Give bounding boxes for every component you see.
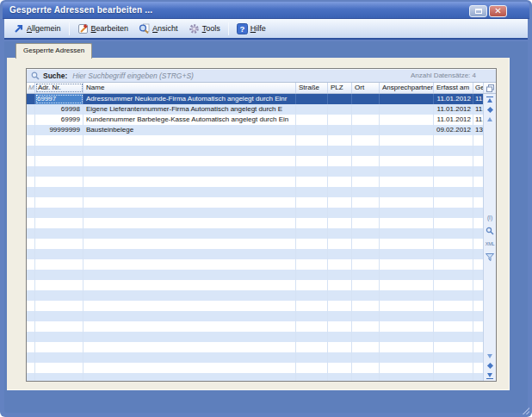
cell-plz[interactable]: [328, 104, 352, 115]
scroll-to-bottom-icon[interactable]: [486, 373, 493, 379]
table-row[interactable]: 69999Kundennummer Barbelege-Kasse Automa…: [27, 115, 483, 125]
column-header-strasse[interactable]: Straße: [296, 83, 328, 93]
empty-cell: [352, 342, 380, 352]
empty-cell: [380, 342, 434, 352]
table-row[interactable]: 69998Eigene Lieferantennummer-Firma Auto…: [27, 104, 483, 115]
cell-marker[interactable]: [27, 115, 35, 125]
empty-cell: [352, 301, 380, 311]
cell-ansprechpartner[interactable]: [380, 125, 434, 135]
cell-marker[interactable]: [27, 104, 35, 115]
cell-adr_nr[interactable]: 99999999: [35, 125, 84, 135]
filter-icon[interactable]: [486, 253, 494, 261]
cell-marker[interactable]: [27, 125, 35, 135]
grid-search-icon[interactable]: [486, 227, 494, 235]
cell-ansprechpartner[interactable]: [380, 94, 434, 104]
empty-cell: [352, 166, 380, 177]
grid-search-bar[interactable]: Suche: Hier Suchbegriff eingeben (STRG+S…: [27, 69, 496, 83]
cell-ansprechpartner[interactable]: [380, 115, 434, 125]
cell-plz[interactable]: [328, 94, 352, 104]
column-header-marker[interactable]: M: [27, 83, 35, 93]
search-input[interactable]: Hier Suchbegriff eingeben (STRG+S): [72, 72, 194, 80]
cell-name[interactable]: Adressnummer Neukunde-Firma Automatisch …: [84, 94, 296, 104]
column-header-name[interactable]: Name: [84, 83, 296, 93]
cell-erfasst_am[interactable]: 11.01.2012: [434, 104, 473, 115]
scroll-to-top-icon[interactable]: [486, 96, 493, 103]
cell-ort[interactable]: [352, 94, 380, 104]
empty-cell: [352, 197, 380, 208]
empty-cell: [328, 135, 352, 146]
cell-erfasst_am[interactable]: 11.01.2012: [434, 94, 473, 104]
column-header-ge[interactable]: Ge: [473, 83, 483, 93]
cell-ort[interactable]: [352, 104, 380, 115]
restore-window-button[interactable]: [469, 5, 487, 17]
empty-cell: [352, 239, 380, 249]
empty-cell: [84, 259, 296, 270]
cell-strasse[interactable]: [296, 125, 328, 135]
cell-adr_nr[interactable]: 69999: [35, 115, 84, 125]
empty-cell: [27, 156, 35, 166]
column-header-erfasst-am[interactable]: Erfasst am: [434, 83, 473, 93]
menu-item-allgemein[interactable]: Allgemein: [8, 22, 66, 36]
table-empty-row: [27, 187, 483, 197]
menu-item-ansicht[interactable]: Ansicht: [133, 22, 183, 36]
empty-cell: [434, 218, 473, 228]
cell-ansprechpartner[interactable]: [380, 104, 434, 115]
table-row[interactable]: 69997Adressnummer Neukunde-Firma Automat…: [27, 94, 483, 104]
column-header-ansprechpartner[interactable]: Ansprechpartner: [380, 83, 434, 93]
cell-name[interactable]: Kundennummer Barbelege-Kasse Automatisch…: [84, 115, 296, 125]
column-header-adr-nr[interactable]: Adr. Nr.: [35, 83, 84, 93]
cell-erfasst_am[interactable]: 11.01.2012: [434, 115, 473, 125]
page-down-icon[interactable]: [486, 363, 492, 369]
cell-ge[interactable]: 11.: [473, 104, 483, 115]
empty-cell: [380, 228, 434, 239]
cell-strasse[interactable]: [296, 94, 328, 104]
page-up-icon[interactable]: [486, 107, 492, 113]
resize-grip[interactable]: [523, 408, 529, 414]
table-empty-row: [27, 208, 483, 218]
cell-marker[interactable]: [27, 94, 35, 104]
empty-cell: [434, 228, 473, 239]
column-header-ort[interactable]: Ort: [352, 83, 380, 93]
table-body: 69997Adressnummer Neukunde-Firma Automat…: [27, 94, 483, 382]
empty-cell: [380, 332, 434, 342]
scroll-down-icon[interactable]: [487, 354, 492, 358]
cell-strasse[interactable]: [296, 115, 328, 125]
empty-cell: [328, 197, 352, 208]
cell-ge[interactable]: 11.: [473, 115, 483, 125]
empty-cell: [473, 187, 483, 197]
empty-cell: [296, 228, 328, 239]
table-empty-row: [27, 270, 483, 280]
scroll-up-icon[interactable]: [487, 117, 492, 121]
empty-cell: [352, 259, 380, 270]
close-window-button[interactable]: ✕: [489, 5, 507, 17]
title-bar[interactable]: Gesperrte Adressen bearbeiten ... ✕: [3, 2, 529, 19]
cell-erfasst_am[interactable]: 09.02.2012: [434, 125, 473, 135]
cell-adr_nr[interactable]: 69997: [35, 94, 84, 104]
cell-ort[interactable]: [352, 115, 380, 125]
empty-cell: [296, 301, 328, 311]
cell-name[interactable]: Eigene Lieferantennummer-Firma Automatis…: [84, 104, 296, 115]
empty-cell: [380, 363, 434, 373]
table-row[interactable]: 99999999Bausteinbelege09.02.201213.: [27, 125, 483, 135]
cell-name[interactable]: Bausteinbelege: [84, 125, 296, 135]
cell-plz[interactable]: [328, 125, 352, 135]
cell-strasse[interactable]: [296, 104, 328, 115]
xml-export-icon[interactable]: XML: [486, 241, 494, 247]
empty-cell: [27, 187, 35, 197]
column-chooser-button[interactable]: [483, 83, 496, 93]
empty-cell: [35, 187, 84, 197]
empty-cell: [380, 156, 434, 166]
cell-ge[interactable]: 11.: [473, 94, 483, 104]
menu-item-tools[interactable]: Tools: [183, 22, 226, 36]
cell-plz[interactable]: [328, 115, 352, 125]
empty-cell: [434, 259, 473, 270]
menu-item-hilfe[interactable]: ? Hilfe: [232, 22, 271, 36]
tab-gesperrte-adressen[interactable]: Gesperrte Adressen: [15, 43, 92, 59]
empty-cell: [352, 146, 380, 156]
column-header-plz[interactable]: PLZ: [328, 83, 352, 93]
cell-ort[interactable]: [352, 125, 380, 135]
row-info-icon[interactable]: (I): [487, 215, 492, 221]
cell-ge[interactable]: 13.: [473, 125, 483, 135]
menu-item-bearbeiten[interactable]: Bearbeiten: [72, 22, 134, 36]
cell-adr_nr[interactable]: 69998: [35, 104, 84, 115]
